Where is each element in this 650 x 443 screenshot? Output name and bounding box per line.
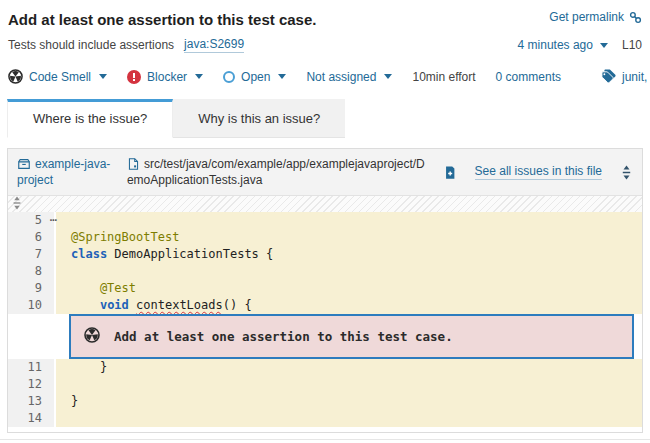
code-line: 5… <box>8 212 642 229</box>
issue-actions-bar: Code Smell Blocker Open Not assigned 10m… <box>8 69 642 84</box>
line-number[interactable]: 8 <box>8 263 54 280</box>
expand-vertical-icon <box>620 165 633 180</box>
file-header: example-java-project src/test/java/com/e… <box>8 149 642 196</box>
expand-ellipsis-button[interactable]: … <box>50 209 57 226</box>
code-annotation: @Test <box>71 281 136 295</box>
code-text <box>129 298 136 312</box>
inline-issue-box[interactable]: Add at least one assertion to this test … <box>69 314 634 359</box>
issue-message-row: Add at least one assertion to this test … <box>8 314 642 359</box>
permalink-icon <box>629 11 642 24</box>
code-line-content <box>56 376 642 393</box>
code-line: 7class DemoApplicationTests { <box>8 246 642 263</box>
pin-file-button[interactable] <box>443 164 457 179</box>
rule-key-link[interactable]: java:S2699 <box>184 37 244 53</box>
code-annotation: @SpringBootTest <box>71 230 179 244</box>
code-line: 12 <box>8 376 642 393</box>
line-number[interactable]: 5… <box>8 212 54 229</box>
issue-age-dropdown[interactable]: 4 minutes ago <box>518 38 608 52</box>
inline-issue-message: Add at least one assertion to this test … <box>114 329 453 344</box>
code-viewer: 5…6@SpringBootTest7class DemoApplication… <box>8 196 642 432</box>
expand-file-button[interactable] <box>620 164 633 179</box>
code-text <box>71 298 100 312</box>
issue-title: Add at least one assertion to this test … <box>8 10 316 30</box>
code-line-content <box>56 212 642 229</box>
code-text: DemoApplicationTests { <box>107 247 273 261</box>
code-line: 6@SpringBootTest <box>8 229 642 246</box>
line-number[interactable]: 7 <box>8 246 54 263</box>
issue-detail-page: Add at least one assertion to this test … <box>0 0 650 443</box>
tag-icon <box>601 69 616 84</box>
issue-age-label: 4 minutes ago <box>518 38 593 52</box>
code-line-content <box>56 410 642 427</box>
panel-bottom-divider <box>0 439 650 440</box>
issue-severity-label: Blocker <box>147 70 187 84</box>
chevron-down-icon <box>278 74 286 79</box>
issue-assignee-label: Not assigned <box>306 70 376 84</box>
issue-tabs: Where is the issue? Why is this an issue… <box>7 99 643 138</box>
line-number[interactable]: 9 <box>8 280 54 297</box>
issue-severity-dropdown[interactable]: Blocker <box>127 70 203 84</box>
chevron-down-icon <box>384 74 392 79</box>
gutter-spacer <box>8 314 54 359</box>
expand-vertical-icon <box>11 196 23 213</box>
file-path: src/test/java/com/example/app/examplejav… <box>127 157 425 187</box>
project-link[interactable]: example-java-project <box>17 157 110 187</box>
code-line: 11 } <box>8 359 642 376</box>
code-line: 9 @Test <box>8 280 642 297</box>
code-line: 13} <box>8 393 642 410</box>
code-text: } <box>71 394 78 408</box>
see-all-issues-link[interactable]: See all issues in this file <box>475 164 602 180</box>
code-line-content: void contextLoads() { <box>56 297 642 314</box>
pin-file-icon <box>443 165 457 180</box>
issue-comments-link[interactable]: 0 comments <box>496 70 561 84</box>
issue-assignee-dropdown[interactable]: Not assigned <box>306 70 392 84</box>
line-number[interactable]: 12 <box>8 376 54 393</box>
line-number[interactable]: 14 <box>8 410 54 427</box>
project-icon <box>17 157 31 171</box>
code-smell-icon <box>8 69 23 84</box>
blocker-icon <box>127 70 141 84</box>
code-line-content: class DemoApplicationTests { <box>56 246 642 263</box>
code-keyword: void <box>100 298 129 312</box>
code-text: () { <box>223 298 252 312</box>
code-line-content: @Test <box>56 280 642 297</box>
issue-location-text[interactable]: contextLoads <box>136 298 223 312</box>
get-permalink-link[interactable]: Get permalink <box>549 10 642 24</box>
code-snippet-panel: example-java-project src/test/java/com/e… <box>7 148 643 433</box>
issue-tags-dropdown[interactable]: junit, tests <box>601 69 650 84</box>
code-text: } <box>71 360 107 374</box>
issue-header: Add at least one assertion to this test … <box>0 0 650 84</box>
issue-type-dropdown[interactable]: Code Smell <box>8 69 107 84</box>
get-permalink-label: Get permalink <box>549 10 624 24</box>
issue-status-dropdown[interactable]: Open <box>223 70 286 84</box>
tab-where-is-the-issue[interactable]: Where is the issue? <box>7 99 173 138</box>
issue-line-ref: L10 <box>622 38 642 52</box>
code-line: 8 <box>8 263 642 280</box>
chevron-down-icon <box>600 43 608 48</box>
code-line-content <box>56 263 642 280</box>
rule-title: Tests should include assertions <box>8 38 174 52</box>
code-keyword: class <box>71 247 107 261</box>
line-number[interactable]: 13 <box>8 393 54 410</box>
line-number[interactable]: 10 <box>8 297 54 314</box>
test-file-icon <box>127 157 140 171</box>
line-number[interactable]: 6 <box>8 229 54 246</box>
code-line-content: } <box>56 359 642 376</box>
code-smell-icon <box>84 327 100 346</box>
chevron-down-icon <box>99 74 107 79</box>
issue-type-label: Code Smell <box>29 70 91 84</box>
tab-why-is-this-an-issue[interactable]: Why is this an issue? <box>173 99 345 138</box>
expand-lines-row[interactable] <box>8 196 642 212</box>
code-line-content: } <box>56 393 642 410</box>
code-line-content: @SpringBootTest <box>56 229 642 246</box>
chevron-down-icon <box>195 74 203 79</box>
issue-tags-label: junit, tests <box>622 70 650 84</box>
open-status-icon <box>223 71 235 83</box>
issue-status-label: Open <box>241 70 270 84</box>
code-line: 14 <box>8 410 642 427</box>
code-line: 10 void contextLoads() { <box>8 297 642 314</box>
issue-effort-label: 10min effort <box>412 70 475 84</box>
line-number[interactable]: 11 <box>8 359 54 376</box>
